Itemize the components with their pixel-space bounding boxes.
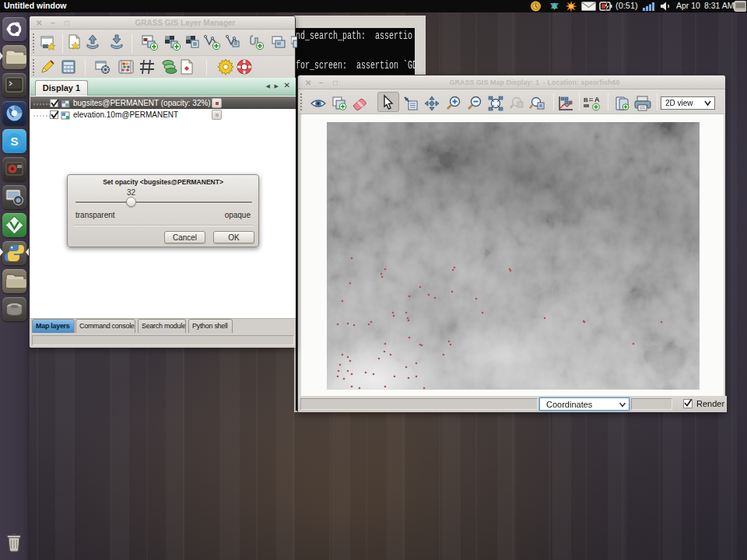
svg-text:B: B xyxy=(584,96,588,103)
svg-text:A: A xyxy=(594,96,600,103)
svg-text:S: S xyxy=(10,135,18,148)
